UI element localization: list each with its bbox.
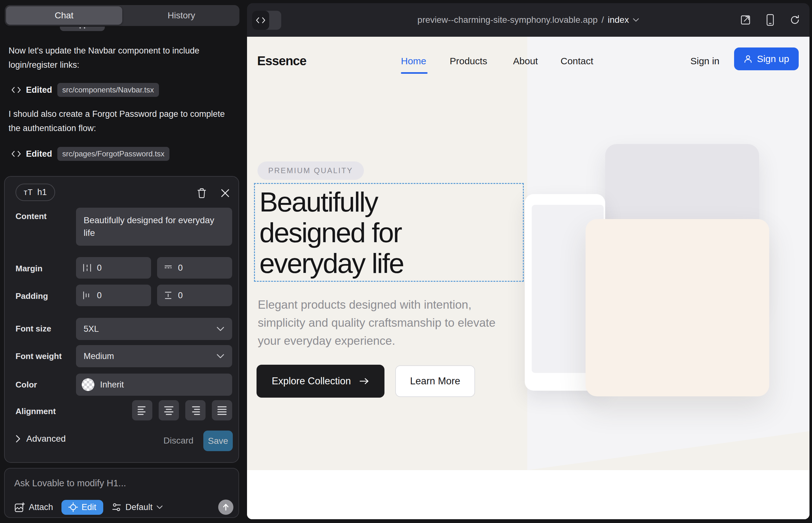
- align-justify-button[interactable]: [212, 400, 232, 420]
- selection-outline: Beautifully designed for everyday life: [254, 183, 524, 282]
- discard-button[interactable]: Discard: [163, 436, 194, 446]
- refresh-icon: [790, 15, 800, 25]
- refresh-button[interactable]: [789, 14, 801, 26]
- composer-toolbar: Attach Edit Default: [14, 499, 230, 516]
- premium-quality-badge: PREMIUM QUALITY: [258, 161, 364, 180]
- preview-browser: preview--charming-site-symphony.lovable.…: [247, 3, 810, 519]
- learn-more-button[interactable]: Learn More: [395, 365, 475, 397]
- scrolled-pill-partial: [60, 26, 105, 31]
- prompt-input[interactable]: Ask Lovable to modify H1...: [14, 478, 230, 488]
- code-icon: [12, 150, 21, 158]
- font-size-select[interactable]: 5XL: [76, 318, 232, 340]
- user-icon: [744, 54, 753, 63]
- browser-toolbar: preview--charming-site-symphony.lovable.…: [247, 3, 810, 37]
- margin-y-icon: [163, 263, 173, 273]
- align-left-button[interactable]: [132, 400, 152, 420]
- site-navbar: Essence Home Products About Contact Sign…: [247, 37, 810, 84]
- file-path-badge[interactable]: src/components/Navbar.tsx: [57, 83, 159, 97]
- padding-horizontal-input[interactable]: 0: [76, 285, 151, 306]
- font-weight-select[interactable]: Medium: [76, 345, 232, 367]
- arrow-right-icon: [359, 377, 369, 385]
- alignment-group: [132, 400, 232, 420]
- delete-element-button[interactable]: [195, 186, 209, 200]
- chevron-right-icon: [16, 435, 21, 443]
- hero-heading[interactable]: Beautifully designed for everyday life: [259, 186, 404, 278]
- url-host: preview--charming-site-symphony.lovable.…: [418, 15, 598, 25]
- app-window: Chat History Now let's update the Navbar…: [0, 0, 812, 523]
- chat-sidebar: Chat History Now let's update the Navbar…: [0, 0, 247, 523]
- padding-label: Padding: [16, 291, 48, 301]
- explore-collection-button[interactable]: Explore Collection: [257, 365, 385, 398]
- active-nav-underline: [401, 72, 427, 74]
- site-logo[interactable]: Essence: [257, 54, 306, 68]
- padding-vertical-input[interactable]: 0: [157, 285, 232, 306]
- tab-history[interactable]: History: [124, 6, 240, 25]
- nav-link-products[interactable]: Products: [450, 56, 487, 67]
- site-viewport: Essence Home Products About Contact Sign…: [247, 37, 810, 519]
- sign-up-button[interactable]: Sign up: [734, 48, 799, 70]
- save-button[interactable]: Save: [203, 431, 233, 451]
- open-external-button[interactable]: [739, 14, 752, 26]
- margin-x-icon: [82, 263, 92, 273]
- url-breadcrumb[interactable]: preview--charming-site-symphony.lovable.…: [247, 3, 810, 37]
- content-label: Content: [16, 212, 47, 221]
- mobile-view-button[interactable]: [764, 14, 777, 26]
- mobile-icon: [766, 14, 774, 26]
- sign-in-link[interactable]: Sign in: [690, 56, 720, 67]
- external-link-icon: [740, 15, 751, 25]
- font-size-label: Font size: [16, 324, 51, 334]
- arrow-up-icon: [222, 503, 229, 511]
- send-button[interactable]: [218, 500, 233, 515]
- chevron-down-icon: [633, 18, 639, 22]
- nav-link-contact[interactable]: Contact: [561, 56, 593, 67]
- model-default-dropdown[interactable]: Default: [111, 502, 163, 512]
- chevron-down-icon: [216, 326, 225, 331]
- chevron-down-icon: [156, 505, 163, 509]
- sliders-icon: [111, 502, 122, 512]
- color-label: Color: [16, 380, 37, 390]
- edited-label: Edited: [26, 85, 52, 95]
- attach-image-icon: [14, 502, 25, 512]
- chevron-down-icon: [216, 354, 225, 359]
- prompt-composer: Ask Lovable to modify H1... Attach Edit …: [4, 468, 239, 518]
- element-tag: h1: [37, 187, 47, 197]
- color-picker-field[interactable]: Inherit: [76, 374, 232, 396]
- edited-file-row: Edited src/components/Navbar.tsx: [12, 83, 159, 97]
- attach-button[interactable]: Attach: [14, 502, 53, 512]
- align-center-icon: [163, 405, 174, 415]
- padding-y-icon: [163, 291, 173, 300]
- decor-card-cream: [586, 219, 769, 396]
- align-left-icon: [137, 405, 147, 415]
- align-center-button[interactable]: [159, 400, 179, 420]
- edited-label: Edited: [26, 149, 52, 159]
- browser-actions: [739, 3, 801, 37]
- align-right-icon: [190, 405, 201, 415]
- section-below-hero: [247, 470, 810, 519]
- url-separator: /: [601, 15, 604, 25]
- chat-message: I should also create a Forgot Password p…: [8, 107, 232, 136]
- margin-horizontal-input[interactable]: 0: [76, 257, 151, 278]
- tab-chat[interactable]: Chat: [6, 6, 122, 25]
- target-icon: [68, 502, 78, 512]
- file-path-badge[interactable]: src/pages/ForgotPassword.tsx: [57, 147, 170, 161]
- margin-vertical-input[interactable]: 0: [157, 257, 232, 278]
- url-page: index: [608, 15, 629, 25]
- alignment-label: Alignment: [16, 407, 56, 416]
- margin-label: Margin: [16, 264, 42, 273]
- close-icon[interactable]: [218, 186, 232, 200]
- code-icon: [12, 86, 21, 94]
- color-swatch: [82, 378, 94, 391]
- align-right-button[interactable]: [185, 400, 206, 420]
- content-input[interactable]: Beautifully designed for everyday life: [76, 208, 232, 246]
- align-justify-icon: [217, 405, 227, 415]
- padding-x-icon: [82, 291, 92, 300]
- selected-element-chip: ᴛT h1: [16, 184, 55, 201]
- advanced-toggle[interactable]: Advanced: [16, 434, 66, 444]
- hero-paragraph: Elegant products designed with intention…: [258, 296, 520, 350]
- sidebar-tabbar: Chat History: [5, 5, 240, 26]
- nav-link-home[interactable]: Home: [401, 56, 426, 67]
- element-editor-panel: ᴛT h1 Content Beautifully designed for e…: [4, 176, 239, 463]
- nav-link-about[interactable]: About: [513, 56, 538, 67]
- edit-mode-button[interactable]: Edit: [61, 500, 104, 515]
- font-weight-label: Font weight: [16, 351, 62, 361]
